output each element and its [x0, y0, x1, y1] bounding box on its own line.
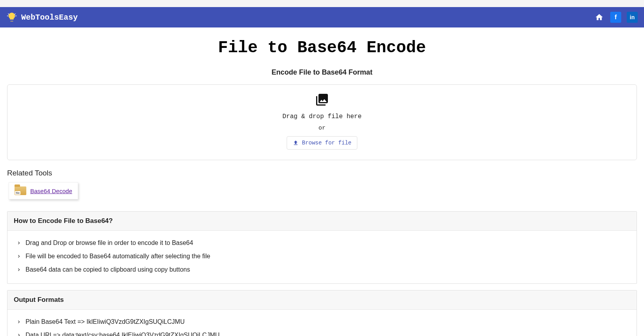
howto-body: Drag and Drop or browse file in order to… — [7, 231, 637, 283]
image-stack-icon — [315, 93, 329, 108]
navbar-right: f in — [594, 12, 638, 23]
navbar: WebToolsEasy f in — [0, 7, 644, 27]
dropzone-or: or — [318, 125, 326, 131]
chevron-right-icon — [16, 332, 22, 336]
howto-panel: How to Encode File to Base64? Drag and D… — [7, 211, 637, 284]
brand-name: WebToolsEasy — [21, 13, 78, 22]
output-heading: Output Formats — [7, 290, 637, 310]
related-tool-link[interactable]: Base64 Decode — [30, 188, 72, 194]
output-panel: Output Formats Plain Base64 Text => IklE… — [7, 290, 637, 336]
list-item: Base64 data can be copied to clipboard u… — [14, 263, 630, 276]
related-tools-heading: Related Tools — [7, 169, 637, 177]
chevron-right-icon — [16, 319, 22, 325]
main-content: File to Base64 Encode Encode File to Bas… — [0, 27, 644, 336]
folder-file-icon: file — [15, 186, 26, 195]
navbar-brand-group[interactable]: WebToolsEasy — [6, 12, 78, 23]
list-item: File will be encoded to Base64 automatic… — [14, 250, 630, 263]
upload-icon — [293, 140, 299, 146]
browse-file-label: Browse for file — [302, 140, 351, 146]
output-item-text: Plain Base64 Text => IklEIiwiQ3VzdG9tZXI… — [26, 318, 185, 325]
related-tool-card[interactable]: file Base64 Decode — [9, 182, 78, 199]
chevron-right-icon — [16, 240, 22, 246]
howto-heading: How to Encode File to Base64? — [7, 212, 637, 231]
howto-step-text: File will be encoded to Base64 automatic… — [26, 253, 210, 260]
chevron-right-icon — [16, 267, 22, 272]
browse-file-button[interactable]: Browse for file — [287, 136, 357, 150]
page-subtitle: Encode File to Base64 Format — [7, 68, 637, 77]
dropzone-text: Drag & drop file here — [282, 113, 362, 120]
page-title: File to Base64 Encode — [7, 38, 637, 57]
output-body: Plain Base64 Text => IklEIiwiQ3VzdG9tZXI… — [7, 310, 637, 336]
top-spacer — [0, 0, 644, 7]
facebook-icon[interactable]: f — [610, 12, 621, 23]
howto-step-text: Base64 data can be copied to clipboard u… — [26, 266, 190, 273]
list-item: Drag and Drop or browse file in order to… — [14, 236, 630, 250]
linkedin-icon[interactable]: in — [627, 12, 638, 23]
file-dropzone[interactable]: Drag & drop file here or Browse for file — [7, 84, 637, 160]
list-item: Data URI => data:text/csv;base64,IklEIiw… — [14, 329, 630, 336]
output-item-text: Data URI => data:text/csv;base64,IklEIiw… — [26, 332, 220, 336]
lightbulb-icon — [6, 12, 17, 23]
home-icon[interactable] — [594, 12, 605, 23]
list-item: Plain Base64 Text => IklEIiwiQ3VzdG9tZXI… — [14, 315, 630, 329]
howto-step-text: Drag and Drop or browse file in order to… — [26, 239, 193, 247]
chevron-right-icon — [16, 254, 22, 259]
